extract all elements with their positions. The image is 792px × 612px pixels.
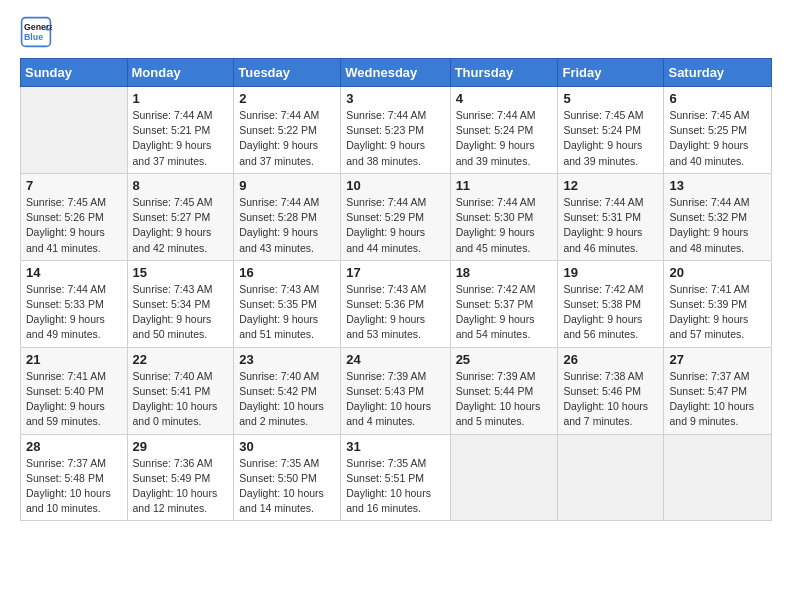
day-info: Sunrise: 7:42 AMSunset: 5:37 PMDaylight:… bbox=[456, 282, 553, 343]
day-number: 27 bbox=[669, 352, 766, 367]
day-number: 22 bbox=[133, 352, 229, 367]
svg-text:Blue: Blue bbox=[24, 32, 43, 42]
calendar-cell: 29Sunrise: 7:36 AMSunset: 5:49 PMDayligh… bbox=[127, 434, 234, 521]
day-info: Sunrise: 7:35 AMSunset: 5:50 PMDaylight:… bbox=[239, 456, 335, 517]
day-number: 10 bbox=[346, 178, 444, 193]
calendar-cell: 24Sunrise: 7:39 AMSunset: 5:43 PMDayligh… bbox=[341, 347, 450, 434]
page: General Blue SundayMondayTuesdayWednesda… bbox=[0, 0, 792, 612]
calendar-cell: 26Sunrise: 7:38 AMSunset: 5:46 PMDayligh… bbox=[558, 347, 664, 434]
day-info: Sunrise: 7:38 AMSunset: 5:46 PMDaylight:… bbox=[563, 369, 658, 430]
day-info: Sunrise: 7:44 AMSunset: 5:31 PMDaylight:… bbox=[563, 195, 658, 256]
day-info: Sunrise: 7:40 AMSunset: 5:41 PMDaylight:… bbox=[133, 369, 229, 430]
calendar-cell: 31Sunrise: 7:35 AMSunset: 5:51 PMDayligh… bbox=[341, 434, 450, 521]
day-info: Sunrise: 7:45 AMSunset: 5:26 PMDaylight:… bbox=[26, 195, 122, 256]
day-header-wednesday: Wednesday bbox=[341, 59, 450, 87]
day-info: Sunrise: 7:43 AMSunset: 5:34 PMDaylight:… bbox=[133, 282, 229, 343]
day-info: Sunrise: 7:44 AMSunset: 5:21 PMDaylight:… bbox=[133, 108, 229, 169]
day-info: Sunrise: 7:44 AMSunset: 5:29 PMDaylight:… bbox=[346, 195, 444, 256]
day-number: 2 bbox=[239, 91, 335, 106]
calendar-cell: 27Sunrise: 7:37 AMSunset: 5:47 PMDayligh… bbox=[664, 347, 772, 434]
day-number: 6 bbox=[669, 91, 766, 106]
day-number: 7 bbox=[26, 178, 122, 193]
day-number: 15 bbox=[133, 265, 229, 280]
day-info: Sunrise: 7:45 AMSunset: 5:25 PMDaylight:… bbox=[669, 108, 766, 169]
day-info: Sunrise: 7:43 AMSunset: 5:35 PMDaylight:… bbox=[239, 282, 335, 343]
day-header-friday: Friday bbox=[558, 59, 664, 87]
header: General Blue bbox=[20, 16, 772, 48]
day-info: Sunrise: 7:44 AMSunset: 5:24 PMDaylight:… bbox=[456, 108, 553, 169]
calendar-cell: 10Sunrise: 7:44 AMSunset: 5:29 PMDayligh… bbox=[341, 173, 450, 260]
day-number: 23 bbox=[239, 352, 335, 367]
day-number: 5 bbox=[563, 91, 658, 106]
logo-icon: General Blue bbox=[20, 16, 52, 48]
day-number: 8 bbox=[133, 178, 229, 193]
day-number: 1 bbox=[133, 91, 229, 106]
day-number: 11 bbox=[456, 178, 553, 193]
day-info: Sunrise: 7:40 AMSunset: 5:42 PMDaylight:… bbox=[239, 369, 335, 430]
day-number: 4 bbox=[456, 91, 553, 106]
day-info: Sunrise: 7:45 AMSunset: 5:24 PMDaylight:… bbox=[563, 108, 658, 169]
day-info: Sunrise: 7:41 AMSunset: 5:39 PMDaylight:… bbox=[669, 282, 766, 343]
calendar-week-3: 14Sunrise: 7:44 AMSunset: 5:33 PMDayligh… bbox=[21, 260, 772, 347]
day-info: Sunrise: 7:43 AMSunset: 5:36 PMDaylight:… bbox=[346, 282, 444, 343]
day-header-saturday: Saturday bbox=[664, 59, 772, 87]
day-number: 21 bbox=[26, 352, 122, 367]
day-number: 9 bbox=[239, 178, 335, 193]
calendar-cell: 23Sunrise: 7:40 AMSunset: 5:42 PMDayligh… bbox=[234, 347, 341, 434]
calendar-week-4: 21Sunrise: 7:41 AMSunset: 5:40 PMDayligh… bbox=[21, 347, 772, 434]
calendar-cell bbox=[664, 434, 772, 521]
day-info: Sunrise: 7:44 AMSunset: 5:23 PMDaylight:… bbox=[346, 108, 444, 169]
day-number: 24 bbox=[346, 352, 444, 367]
calendar-cell: 15Sunrise: 7:43 AMSunset: 5:34 PMDayligh… bbox=[127, 260, 234, 347]
calendar-week-5: 28Sunrise: 7:37 AMSunset: 5:48 PMDayligh… bbox=[21, 434, 772, 521]
calendar-cell: 6Sunrise: 7:45 AMSunset: 5:25 PMDaylight… bbox=[664, 87, 772, 174]
calendar-cell: 30Sunrise: 7:35 AMSunset: 5:50 PMDayligh… bbox=[234, 434, 341, 521]
calendar-cell: 25Sunrise: 7:39 AMSunset: 5:44 PMDayligh… bbox=[450, 347, 558, 434]
calendar-cell: 7Sunrise: 7:45 AMSunset: 5:26 PMDaylight… bbox=[21, 173, 128, 260]
day-info: Sunrise: 7:44 AMSunset: 5:33 PMDaylight:… bbox=[26, 282, 122, 343]
day-info: Sunrise: 7:39 AMSunset: 5:43 PMDaylight:… bbox=[346, 369, 444, 430]
calendar-cell: 9Sunrise: 7:44 AMSunset: 5:28 PMDaylight… bbox=[234, 173, 341, 260]
day-number: 25 bbox=[456, 352, 553, 367]
day-number: 14 bbox=[26, 265, 122, 280]
day-info: Sunrise: 7:37 AMSunset: 5:47 PMDaylight:… bbox=[669, 369, 766, 430]
day-number: 16 bbox=[239, 265, 335, 280]
calendar-cell: 17Sunrise: 7:43 AMSunset: 5:36 PMDayligh… bbox=[341, 260, 450, 347]
day-number: 17 bbox=[346, 265, 444, 280]
day-number: 30 bbox=[239, 439, 335, 454]
calendar-cell: 8Sunrise: 7:45 AMSunset: 5:27 PMDaylight… bbox=[127, 173, 234, 260]
calendar-week-1: 1Sunrise: 7:44 AMSunset: 5:21 PMDaylight… bbox=[21, 87, 772, 174]
day-info: Sunrise: 7:42 AMSunset: 5:38 PMDaylight:… bbox=[563, 282, 658, 343]
calendar-cell bbox=[558, 434, 664, 521]
calendar-cell: 2Sunrise: 7:44 AMSunset: 5:22 PMDaylight… bbox=[234, 87, 341, 174]
day-number: 29 bbox=[133, 439, 229, 454]
calendar-cell: 20Sunrise: 7:41 AMSunset: 5:39 PMDayligh… bbox=[664, 260, 772, 347]
day-info: Sunrise: 7:41 AMSunset: 5:40 PMDaylight:… bbox=[26, 369, 122, 430]
day-info: Sunrise: 7:44 AMSunset: 5:32 PMDaylight:… bbox=[669, 195, 766, 256]
calendar-cell bbox=[450, 434, 558, 521]
svg-text:General: General bbox=[24, 22, 52, 32]
day-info: Sunrise: 7:44 AMSunset: 5:22 PMDaylight:… bbox=[239, 108, 335, 169]
calendar-cell: 4Sunrise: 7:44 AMSunset: 5:24 PMDaylight… bbox=[450, 87, 558, 174]
day-header-sunday: Sunday bbox=[21, 59, 128, 87]
day-info: Sunrise: 7:45 AMSunset: 5:27 PMDaylight:… bbox=[133, 195, 229, 256]
calendar-table: SundayMondayTuesdayWednesdayThursdayFrid… bbox=[20, 58, 772, 521]
day-number: 26 bbox=[563, 352, 658, 367]
day-number: 20 bbox=[669, 265, 766, 280]
calendar-cell: 13Sunrise: 7:44 AMSunset: 5:32 PMDayligh… bbox=[664, 173, 772, 260]
day-number: 3 bbox=[346, 91, 444, 106]
calendar-cell: 16Sunrise: 7:43 AMSunset: 5:35 PMDayligh… bbox=[234, 260, 341, 347]
calendar-cell: 14Sunrise: 7:44 AMSunset: 5:33 PMDayligh… bbox=[21, 260, 128, 347]
day-info: Sunrise: 7:44 AMSunset: 5:30 PMDaylight:… bbox=[456, 195, 553, 256]
day-info: Sunrise: 7:36 AMSunset: 5:49 PMDaylight:… bbox=[133, 456, 229, 517]
calendar-week-2: 7Sunrise: 7:45 AMSunset: 5:26 PMDaylight… bbox=[21, 173, 772, 260]
calendar-cell: 21Sunrise: 7:41 AMSunset: 5:40 PMDayligh… bbox=[21, 347, 128, 434]
calendar-cell: 3Sunrise: 7:44 AMSunset: 5:23 PMDaylight… bbox=[341, 87, 450, 174]
day-info: Sunrise: 7:39 AMSunset: 5:44 PMDaylight:… bbox=[456, 369, 553, 430]
day-info: Sunrise: 7:44 AMSunset: 5:28 PMDaylight:… bbox=[239, 195, 335, 256]
calendar-cell: 12Sunrise: 7:44 AMSunset: 5:31 PMDayligh… bbox=[558, 173, 664, 260]
day-number: 28 bbox=[26, 439, 122, 454]
calendar-cell: 28Sunrise: 7:37 AMSunset: 5:48 PMDayligh… bbox=[21, 434, 128, 521]
calendar-cell: 22Sunrise: 7:40 AMSunset: 5:41 PMDayligh… bbox=[127, 347, 234, 434]
day-number: 12 bbox=[563, 178, 658, 193]
